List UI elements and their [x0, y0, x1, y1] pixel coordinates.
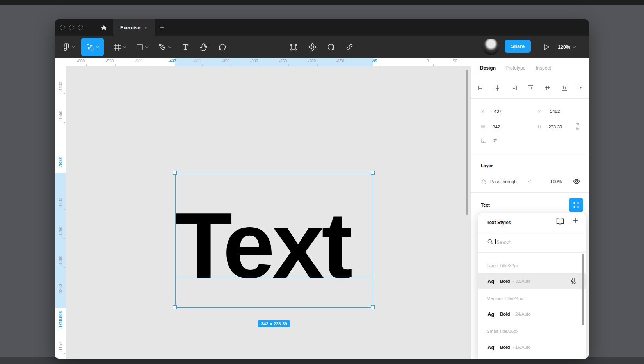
h-ruler-label: -550 — [106, 59, 114, 63]
zoom-menu-button[interactable]: 120% — [558, 36, 575, 58]
h-ruler-tick — [144, 64, 144, 66]
new-tab-button[interactable]: + — [158, 24, 166, 32]
canvas-vertical-scrollbar[interactable] — [466, 70, 468, 215]
avatar[interactable] — [483, 39, 499, 55]
align-bottom-icon[interactable] — [560, 84, 569, 92]
v-ruler-tick — [64, 353, 65, 354]
align-top-icon[interactable] — [527, 84, 535, 92]
tab-close-icon[interactable]: × — [144, 25, 147, 31]
frame-tool-icon — [114, 44, 121, 51]
popup-title: Text Styles — [487, 220, 511, 225]
h-ruler-label: -600 — [77, 59, 85, 63]
tab-title: Exercise — [120, 25, 140, 30]
style-sample: Ag — [487, 311, 494, 317]
h-ruler-tick — [317, 64, 318, 66]
v-ruler-tick — [64, 169, 65, 169]
menu-chevron-icon — [72, 45, 75, 48]
selection-size-badge: 342 × 233.39 — [258, 320, 290, 327]
comment-tool-button[interactable] — [214, 36, 230, 58]
h-field-value[interactable]: 233.39 — [548, 125, 562, 129]
traffic-light-minimize-icon[interactable] — [69, 25, 74, 30]
create-link-button[interactable] — [343, 36, 355, 58]
rotation-value[interactable]: 0° — [493, 138, 497, 143]
blend-mode-value[interactable]: Pass through — [490, 179, 517, 184]
shape-tool-button[interactable] — [132, 36, 152, 58]
h-ruler-label: -500 — [135, 59, 142, 63]
panel-tabs: Design Prototype Inspect — [471, 58, 589, 78]
y-field-value[interactable]: -1452 — [548, 109, 560, 114]
style-section-label: Large Title/32px — [487, 263, 519, 268]
pen-tool-icon — [158, 43, 166, 51]
x-field-value[interactable]: -437 — [493, 109, 502, 114]
layer-section-title: Layer — [481, 163, 493, 168]
toolbar: T — [55, 36, 589, 58]
tab-prototype[interactable]: Prototype — [505, 65, 525, 71]
distribute-menu-icon[interactable] — [575, 84, 583, 92]
adjust-style-sliders-icon[interactable] — [571, 278, 576, 284]
text-tool-button[interactable]: T — [178, 36, 192, 58]
h-ruler-tick — [433, 64, 434, 66]
selection-handle-bottom-left[interactable] — [173, 305, 177, 309]
selection-handle-top-right[interactable] — [371, 171, 375, 175]
play-icon — [544, 44, 550, 50]
home-icon[interactable] — [99, 23, 109, 32]
align-left-icon[interactable] — [476, 84, 485, 92]
search-input[interactable]: Search — [496, 239, 511, 245]
text-styles-popup: Text Styles Search Large Title/32px Ag B… — [478, 213, 586, 359]
h-ruler-tick — [231, 64, 231, 66]
frame-tool-button[interactable] — [110, 36, 129, 58]
selection-handle-top-left[interactable] — [173, 171, 177, 175]
canvas[interactable]: Text 342 × 233.39 — [66, 66, 471, 359]
y-field-label: Y — [538, 109, 541, 114]
alignment-toolbar — [471, 80, 589, 96]
selection-handle-bottom-right[interactable] — [371, 305, 375, 309]
main-menu-button[interactable] — [60, 36, 78, 58]
v-ruler-label: -1218.608 — [59, 309, 63, 332]
present-button[interactable] — [541, 36, 552, 58]
text-styles-button[interactable] — [569, 198, 583, 212]
search-icon — [487, 239, 493, 244]
style-row[interactable]: Ag Bold · 24/Auto — [478, 306, 586, 322]
constrain-proportions-icon[interactable] — [575, 122, 580, 130]
pen-tool-button[interactable] — [155, 36, 174, 58]
w-field-value[interactable]: 342 — [493, 125, 500, 129]
use-as-mask-button[interactable] — [325, 36, 337, 58]
layer-opacity-value[interactable]: 100% — [550, 179, 562, 184]
scale-tool-icon — [87, 44, 94, 51]
visibility-eye-icon[interactable] — [573, 179, 580, 184]
h-ruler-tick — [260, 64, 260, 66]
align-horizontal-center-icon[interactable] — [493, 84, 502, 92]
create-component-button[interactable] — [306, 36, 318, 58]
align-vertical-center-icon[interactable] — [543, 84, 552, 92]
selection-box[interactable] — [175, 173, 373, 308]
style-library-book-icon[interactable] — [556, 218, 564, 225]
tab-exercise[interactable]: Exercise × — [113, 19, 155, 36]
align-right-icon[interactable] — [510, 84, 518, 92]
h-ruler-tick — [115, 64, 116, 66]
style-row[interactable]: Ag Bold · 16/Auto — [478, 339, 586, 355]
traffic-light-close-icon[interactable] — [60, 25, 65, 30]
v-ruler-tick — [64, 296, 65, 296]
popup-scrollbar[interactable] — [582, 254, 584, 325]
figma-logo-icon — [64, 43, 69, 51]
h-ruler-label: 0 — [427, 59, 429, 63]
style-row[interactable]: Ag Bold · 32/Auto — [478, 273, 586, 289]
pen-tool-chevron-icon — [168, 45, 171, 48]
h-ruler-label: -437 — [168, 59, 176, 63]
style-name: Bold — [500, 279, 510, 284]
edit-object-button[interactable] — [288, 36, 299, 58]
scale-tool-button-selected[interactable] — [81, 38, 104, 56]
blend-mode-chevron-icon — [528, 179, 531, 182]
v-ruler-tick — [64, 327, 65, 327]
frame-tool-chevron-icon — [123, 45, 126, 48]
h-ruler-label: -250 — [279, 59, 287, 63]
tab-inspect[interactable]: Inspect — [536, 65, 551, 71]
share-button[interactable]: Share — [505, 40, 531, 53]
share-button-label: Share — [511, 44, 525, 49]
traffic-light-maximize-icon[interactable] — [78, 25, 83, 30]
desktop-top-strip — [0, 0, 644, 5]
window-tab-bar: Exercise × + — [55, 19, 589, 36]
hand-tool-button[interactable] — [196, 36, 211, 58]
add-style-plus-icon[interactable] — [573, 218, 578, 223]
tab-design[interactable]: Design — [480, 65, 496, 71]
